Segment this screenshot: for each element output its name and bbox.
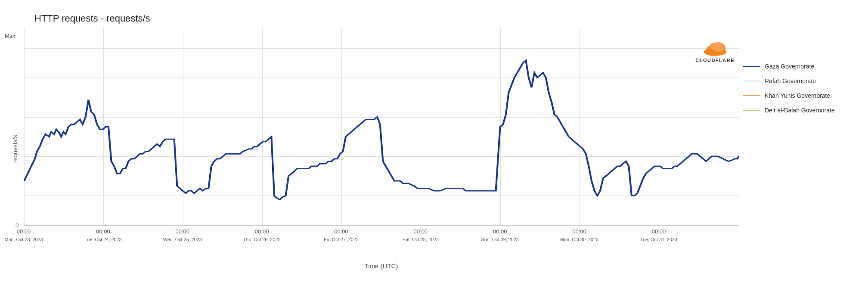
x-tick-1: 00:00Tue, Oct 24, 2023	[84, 228, 121, 243]
x-tick-3: 00:00Thu, Oct 26, 2023	[243, 228, 281, 243]
x-tick-4: 00:00Fri, Oct 27, 2023	[324, 228, 359, 243]
cloudflare-cloud-icon	[702, 41, 728, 56]
legend-label-khanyunis: Khan Yunis Governorate	[765, 92, 830, 99]
legend: Gaza Governorate Rafah Governorate Khan …	[743, 63, 855, 121]
chart-area: requests/s Max 0	[9, 28, 859, 270]
svg-point-5	[710, 43, 719, 50]
legend-line-gaza	[743, 66, 760, 67]
chart-title: HTTP requests - requests/s	[34, 13, 859, 24]
chart-inner: Max 0	[24, 28, 859, 270]
chart-container: HTTP requests - requests/s requests/s Ma…	[0, 0, 868, 292]
chart-svg	[24, 28, 739, 225]
legend-item-rafah: Rafah Governorate	[743, 78, 855, 84]
y-tick-max: Max	[5, 33, 16, 39]
legend-line-deiralbalah	[743, 110, 760, 111]
legend-line-khanyunis	[743, 95, 760, 96]
chart-plot: Max 0	[24, 28, 739, 226]
x-tick-0: 00:00Mon, Oct 23, 2023	[4, 228, 43, 243]
legend-item-deiralbalah: Deir al-Balah Governorate	[743, 107, 855, 114]
cloudflare-text: CLOUDFLARE	[695, 58, 735, 63]
legend-label-rafah: Rafah Governorate	[765, 78, 816, 84]
x-tick-2: 00:00Wed, Oct 25, 2023	[163, 228, 202, 243]
cloudflare-logo: CLOUDFLARE	[695, 41, 735, 63]
x-tick-6: 00:00Sun, Oct 29, 2023	[481, 228, 519, 243]
legend-item-khanyunis: Khan Yunis Governorate	[743, 92, 855, 99]
legend-label-gaza: Gaza Governorate	[765, 63, 814, 70]
x-axis-title: Time (UTC)	[24, 262, 739, 270]
legend-item-gaza: Gaza Governorate	[743, 63, 855, 70]
x-axis: 00:00Mon, Oct 23, 2023 00:00Tue, Oct 24,…	[24, 226, 739, 260]
legend-line-rafah	[743, 81, 760, 81]
x-tick-8: 00:00Tue, Oct 31, 2023	[640, 228, 677, 243]
x-tick-5: 00:00Sat, Oct 28, 2023	[403, 228, 439, 243]
x-tick-7: 00:00Mon, Oct 30, 2023	[560, 228, 598, 243]
legend-label-deiralbalah: Deir al-Balah Governorate	[765, 107, 835, 114]
gaza-line	[24, 60, 739, 199]
